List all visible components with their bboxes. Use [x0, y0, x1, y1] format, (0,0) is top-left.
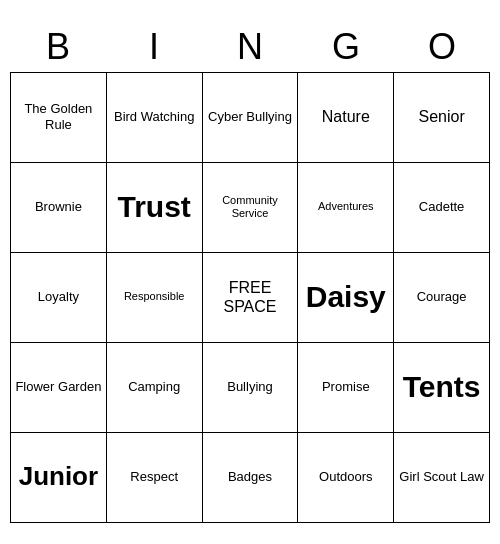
bingo-cell-13: Daisy: [298, 253, 394, 343]
bingo-cell-0: The Golden Rule: [11, 73, 107, 163]
bingo-cell-1: Bird Watching: [107, 73, 203, 163]
bingo-cell-11: Responsible: [107, 253, 203, 343]
bingo-cell-12: FREE SPACE: [203, 253, 299, 343]
bingo-cell-17: Bullying: [203, 343, 299, 433]
bingo-cell-22: Badges: [203, 433, 299, 523]
bingo-cell-23: Outdoors: [298, 433, 394, 523]
bingo-cell-4: Senior: [394, 73, 490, 163]
bingo-card: B I N G O The Golden RuleBird WatchingCy…: [10, 22, 490, 523]
bingo-cell-14: Courage: [394, 253, 490, 343]
header-g: G: [298, 22, 394, 72]
bingo-cell-15: Flower Garden: [11, 343, 107, 433]
bingo-cell-21: Respect: [107, 433, 203, 523]
bingo-cell-3: Nature: [298, 73, 394, 163]
header-i: I: [106, 22, 202, 72]
bingo-cell-19: Tents: [394, 343, 490, 433]
bingo-header: B I N G O: [10, 22, 490, 72]
bingo-cell-5: Brownie: [11, 163, 107, 253]
bingo-cell-18: Promise: [298, 343, 394, 433]
bingo-cell-8: Adventures: [298, 163, 394, 253]
header-n: N: [202, 22, 298, 72]
bingo-cell-7: Community Service: [203, 163, 299, 253]
bingo-cell-20: Junior: [11, 433, 107, 523]
header-b: B: [10, 22, 106, 72]
header-o: O: [394, 22, 490, 72]
bingo-cell-16: Camping: [107, 343, 203, 433]
bingo-cell-6: Trust: [107, 163, 203, 253]
bingo-grid: The Golden RuleBird WatchingCyber Bullyi…: [10, 72, 490, 523]
bingo-cell-2: Cyber Bullying: [203, 73, 299, 163]
bingo-cell-24: Girl Scout Law: [394, 433, 490, 523]
bingo-cell-10: Loyalty: [11, 253, 107, 343]
bingo-cell-9: Cadette: [394, 163, 490, 253]
